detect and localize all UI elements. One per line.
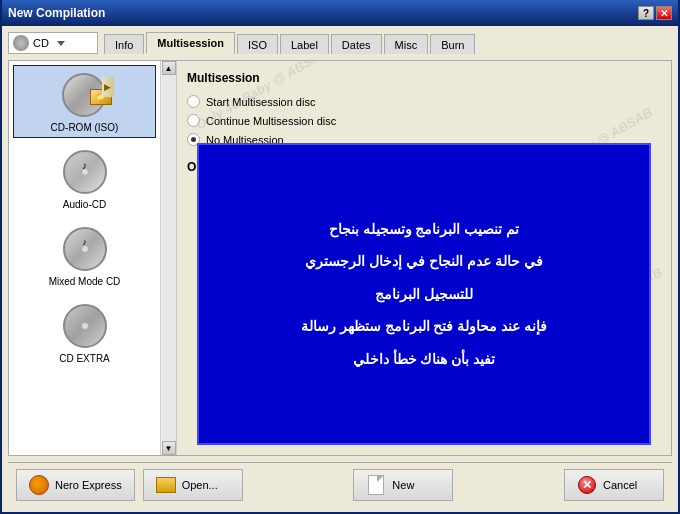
tab-burn[interactable]: Burn [430,34,475,54]
window-title: New Compilation [8,6,105,20]
mixed-mode-icon: ♪ [55,224,115,274]
cancel-icon: ✕ [577,475,597,495]
title-bar: New Compilation ? ✕ [2,0,678,26]
right-panel: Only 4U Baby @ ABSAB Only 4U Baby @ ABSA… [177,61,671,455]
tab-dates[interactable]: Dates [331,34,382,54]
disc-type-list: 📁 ▶ CD-ROM (ISO) ♪ [9,61,176,455]
main-window: New Compilation ? ✕ CD Info Multisession… [0,0,680,514]
open-button[interactable]: Open... [143,469,243,501]
tab-info[interactable]: Info [104,34,144,54]
new-button[interactable]: New [353,469,453,501]
panel-title: Multisession [187,71,661,85]
audio-cd-icon: ♪ [55,147,115,197]
radio-group: Start Multisession disc Continue Multise… [187,95,661,146]
list-item[interactable]: ♪ Audio-CD [13,142,156,215]
help-button[interactable]: ? [638,6,654,20]
cdrom-iso-icon: 📁 ▶ [55,70,115,120]
bottom-bar: Nero Express Open... New ✕ Ca [8,462,672,506]
top-bar: CD Info Multisession ISO Label Dates Mis… [8,32,672,54]
arabic-text-line3: للتسجيل البرنامج [375,283,473,305]
close-button[interactable]: ✕ [656,6,672,20]
scroll-down-button[interactable]: ▼ [162,441,176,455]
tab-multisession[interactable]: Multisession [146,32,235,54]
left-panel: 📁 ▶ CD-ROM (ISO) ♪ [9,61,177,455]
nero-express-label: Nero Express [55,479,122,491]
cd-extra-icon [55,301,115,351]
message-popup: تم تنصيب البرنامج وتسجيله بنجاح في حالة … [197,143,651,445]
new-label: New [392,479,414,491]
radio-start-multisession[interactable]: Start Multisession disc [187,95,661,108]
audio-cd-label: Audio-CD [63,199,106,210]
tab-iso[interactable]: ISO [237,34,278,54]
cdrom-iso-label: CD-ROM (ISO) [51,122,119,133]
list-item[interactable]: CD EXTRA [13,296,156,369]
list-item[interactable]: 📁 ▶ CD-ROM (ISO) [13,65,156,138]
scroll-up-button[interactable]: ▲ [162,61,176,75]
arabic-text-line4: فإنه عند محاولة فتح البرنامج ستظهر رسالة [301,315,547,337]
radio-start-label: Start Multisession disc [206,96,315,108]
mixed-mode-cd-label: Mixed Mode CD [49,276,121,287]
cd-dropdown-arrow-icon [57,41,65,46]
left-panel-scrollbar[interactable]: ▲ ▼ [160,61,176,455]
list-item[interactable]: ♪ Mixed Mode CD [13,219,156,292]
radio-continue-label: Continue Multisession disc [206,115,336,127]
tabs-row: Info Multisession ISO Label Dates Misc B… [104,32,672,54]
radio-continue-multisession[interactable]: Continue Multisession disc [187,114,661,127]
cancel-button[interactable]: ✕ Cancel [564,469,664,501]
main-content: 📁 ▶ CD-ROM (ISO) ♪ [8,60,672,456]
open-icon [156,475,176,495]
arabic-text-line1: تم تنصيب البرنامج وتسجيله بنجاح [329,218,520,240]
open-label: Open... [182,479,218,491]
cd-label: CD [33,37,49,49]
tab-label[interactable]: Label [280,34,329,54]
new-icon [366,475,386,495]
window-body: CD Info Multisession ISO Label Dates Mis… [2,26,678,512]
cd-disc-icon [13,35,29,51]
title-bar-buttons: ? ✕ [638,6,672,20]
arabic-text-line5: تفيد بأن هناك خطأ داخلي [353,348,496,370]
cd-selector[interactable]: CD [8,32,98,54]
nero-express-icon [29,475,49,495]
nero-express-button[interactable]: Nero Express [16,469,135,501]
cd-extra-label: CD EXTRA [59,353,110,364]
cancel-label: Cancel [603,479,637,491]
radio-start-circle [187,95,200,108]
radio-continue-circle [187,114,200,127]
arabic-text-line2: في حالة عدم النجاح في إدخال الرجستري [305,250,542,272]
tab-misc[interactable]: Misc [384,34,429,54]
